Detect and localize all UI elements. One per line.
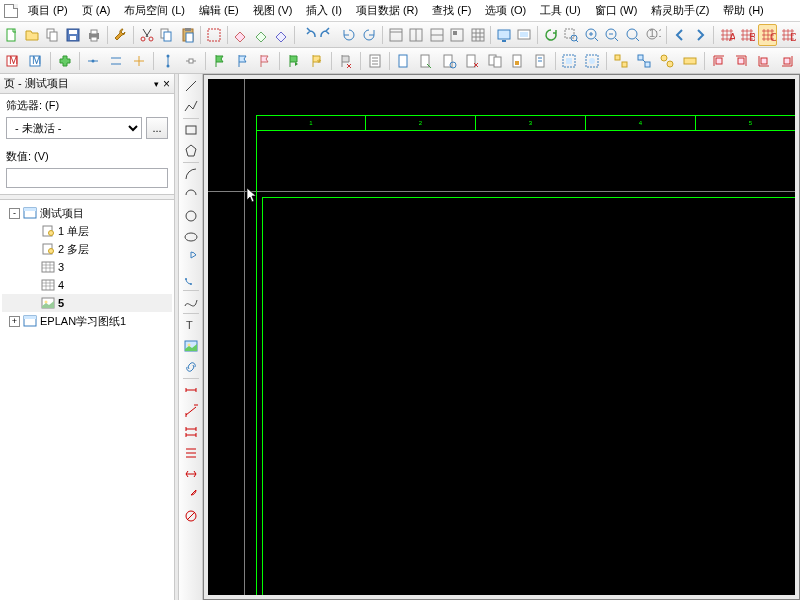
group1-icon[interactable] bbox=[610, 50, 632, 72]
image-icon[interactable] bbox=[181, 336, 201, 356]
tree-row[interactable]: 1 单层 bbox=[2, 222, 172, 240]
sel2-icon[interactable] bbox=[581, 50, 603, 72]
open-icon[interactable] bbox=[23, 24, 43, 46]
flag-star-icon[interactable]: * bbox=[306, 50, 328, 72]
macro-open-icon[interactable]: M bbox=[2, 50, 24, 72]
doc7-icon[interactable] bbox=[530, 50, 552, 72]
undo-icon[interactable] bbox=[298, 24, 318, 46]
menu-edit[interactable]: 编辑 (E) bbox=[193, 1, 245, 20]
copy-page-icon[interactable] bbox=[43, 24, 63, 46]
align2-icon[interactable] bbox=[730, 50, 752, 72]
filter-select[interactable]: - 未激活 - bbox=[6, 117, 142, 139]
drawing-canvas[interactable]: 12345 bbox=[208, 79, 795, 595]
flag1-icon[interactable] bbox=[209, 50, 231, 72]
connect3-icon[interactable] bbox=[128, 50, 150, 72]
doc1-icon[interactable] bbox=[393, 50, 415, 72]
grid-d-icon[interactable]: D bbox=[778, 24, 798, 46]
print-icon[interactable] bbox=[84, 24, 104, 46]
flag-del-icon[interactable] bbox=[335, 50, 357, 72]
paste-icon[interactable] bbox=[178, 24, 198, 46]
grid-a-icon[interactable]: A bbox=[717, 24, 737, 46]
undo-list-icon[interactable] bbox=[339, 24, 359, 46]
macro-save-icon[interactable]: M bbox=[25, 50, 47, 72]
nav-back-icon[interactable] bbox=[670, 24, 690, 46]
dim4-icon[interactable] bbox=[181, 443, 201, 463]
menu-window[interactable]: 窗口 (W) bbox=[589, 1, 644, 20]
win3-icon[interactable] bbox=[427, 24, 447, 46]
doc3-icon[interactable] bbox=[438, 50, 460, 72]
menu-insert[interactable]: 插入 (I) bbox=[300, 1, 347, 20]
flag2-icon[interactable] bbox=[232, 50, 254, 72]
group2-icon[interactable] bbox=[633, 50, 655, 72]
grid-c-icon[interactable]: C bbox=[758, 24, 778, 46]
zoom-fit-icon[interactable] bbox=[623, 24, 643, 46]
flag-go-icon[interactable] bbox=[283, 50, 305, 72]
panel-close-icon[interactable]: × bbox=[163, 77, 170, 91]
eraser-icon[interactable] bbox=[231, 24, 251, 46]
menu-project[interactable]: 项目 (P) bbox=[22, 1, 74, 20]
zoom-out-icon[interactable] bbox=[603, 24, 623, 46]
screen-icon[interactable] bbox=[494, 24, 514, 46]
doc2-icon[interactable] bbox=[416, 50, 438, 72]
ellipse-icon[interactable] bbox=[181, 227, 201, 247]
group4-icon[interactable] bbox=[679, 50, 701, 72]
menu-options[interactable]: 选项 (O) bbox=[479, 1, 532, 20]
menu-tools[interactable]: 工具 (U) bbox=[534, 1, 586, 20]
menu-layoutspace[interactable]: 布局空间 (L) bbox=[118, 1, 191, 20]
connect2-icon[interactable] bbox=[105, 50, 127, 72]
save-icon[interactable] bbox=[64, 24, 84, 46]
select-rect-icon[interactable] bbox=[204, 24, 224, 46]
connect4-icon[interactable] bbox=[157, 50, 179, 72]
plugin-icon[interactable] bbox=[54, 50, 76, 72]
win2-icon[interactable] bbox=[406, 24, 426, 46]
arc3-icon[interactable] bbox=[181, 269, 201, 289]
menu-view[interactable]: 视图 (V) bbox=[247, 1, 299, 20]
page-tree[interactable]: -测试项目1 单层2 多层345+EPLAN学习图纸1 bbox=[0, 200, 174, 600]
sel1-icon[interactable] bbox=[559, 50, 581, 72]
tree-expander-icon[interactable]: - bbox=[9, 208, 20, 219]
menu-projectdata[interactable]: 项目数据 (R) bbox=[350, 1, 424, 20]
new-icon[interactable] bbox=[2, 24, 22, 46]
polygon-icon[interactable] bbox=[181, 141, 201, 161]
tree-row[interactable]: 5 bbox=[2, 294, 172, 312]
eraser3-icon[interactable] bbox=[272, 24, 292, 46]
copy-icon[interactable] bbox=[157, 24, 177, 46]
arc-icon[interactable] bbox=[181, 164, 201, 184]
menu-page[interactable]: 页 (A) bbox=[76, 1, 117, 20]
connect5-icon[interactable] bbox=[180, 50, 202, 72]
doc5-icon[interactable] bbox=[484, 50, 506, 72]
refresh-icon[interactable] bbox=[541, 24, 561, 46]
menu-help[interactable]: 帮助 (H) bbox=[717, 1, 769, 20]
dim5-icon[interactable] bbox=[181, 464, 201, 484]
panel-pin-icon[interactable]: ▾ bbox=[154, 79, 159, 89]
dim7-icon[interactable] bbox=[181, 506, 201, 526]
redo-list-icon[interactable] bbox=[359, 24, 379, 46]
nav-fwd-icon[interactable] bbox=[690, 24, 710, 46]
wrench-icon[interactable] bbox=[110, 24, 130, 46]
zoom-in-icon[interactable] bbox=[582, 24, 602, 46]
flag3-icon[interactable] bbox=[254, 50, 276, 72]
screen2-icon[interactable] bbox=[515, 24, 535, 46]
hyperlink-icon[interactable] bbox=[181, 357, 201, 377]
redo-icon[interactable] bbox=[318, 24, 338, 46]
tree-row[interactable]: +EPLAN学习图纸1 bbox=[2, 312, 172, 330]
polyline-icon[interactable] bbox=[181, 97, 201, 117]
align3-icon[interactable] bbox=[753, 50, 775, 72]
align4-icon[interactable] bbox=[776, 50, 798, 72]
sector-icon[interactable] bbox=[181, 248, 201, 268]
line-icon[interactable] bbox=[181, 76, 201, 96]
spline-icon[interactable] bbox=[181, 292, 201, 312]
tree-row[interactable]: 2 多层 bbox=[2, 240, 172, 258]
group3-icon[interactable] bbox=[656, 50, 678, 72]
menu-assistant[interactable]: 精灵助手(Z) bbox=[645, 1, 715, 20]
menu-find[interactable]: 查找 (F) bbox=[426, 1, 477, 20]
zoom-100-icon[interactable]: 1:1 bbox=[644, 24, 664, 46]
dim3-icon[interactable] bbox=[181, 422, 201, 442]
dim1-icon[interactable] bbox=[181, 380, 201, 400]
tree-row[interactable]: -测试项目 bbox=[2, 204, 172, 222]
tree-expander-icon[interactable]: + bbox=[9, 316, 20, 327]
arc2-icon[interactable] bbox=[181, 185, 201, 205]
circle-icon[interactable] bbox=[181, 206, 201, 226]
value-input[interactable] bbox=[6, 168, 168, 188]
rect-icon[interactable] bbox=[181, 120, 201, 140]
